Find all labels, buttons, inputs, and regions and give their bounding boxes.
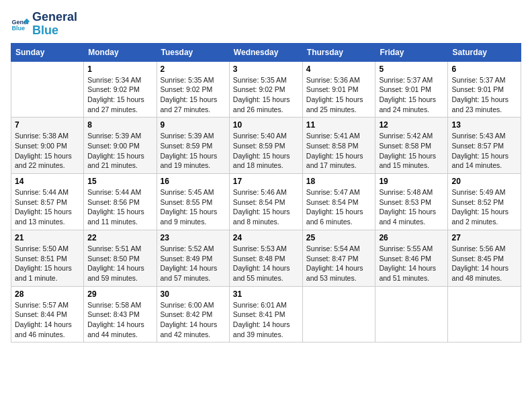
day-header-monday: Monday	[84, 43, 157, 61]
calendar-cell: 26Sunrise: 5:55 AMSunset: 8:46 PMDayligh…	[375, 230, 448, 286]
day-number: 10	[233, 120, 299, 130]
day-info: Sunrise: 5:39 AMSunset: 8:59 PMDaylight:…	[161, 131, 226, 171]
calendar-cell: 4Sunrise: 5:36 AMSunset: 9:01 PMDaylight…	[302, 61, 375, 118]
calendar-cell: 14Sunrise: 5:44 AMSunset: 8:57 PMDayligh…	[11, 174, 84, 230]
calendar-cell: 16Sunrise: 5:45 AMSunset: 8:55 PMDayligh…	[157, 174, 229, 230]
day-number: 3	[233, 64, 299, 74]
page-header: General Blue General Blue	[11, 11, 521, 38]
day-info: Sunrise: 5:54 AMSunset: 8:47 PMDaylight:…	[306, 244, 372, 283]
day-info: Sunrise: 5:49 AMSunset: 8:52 PMDaylight:…	[451, 187, 517, 227]
day-number: 21	[15, 233, 80, 242]
day-info: Sunrise: 5:41 AMSunset: 8:58 PMDaylight:…	[306, 131, 372, 171]
day-number: 9	[161, 120, 226, 130]
day-number: 31	[233, 289, 299, 299]
calendar-cell: 25Sunrise: 5:54 AMSunset: 8:47 PMDayligh…	[302, 230, 375, 286]
calendar-week-row: 1Sunrise: 5:34 AMSunset: 9:02 PMDaylight…	[11, 61, 521, 118]
day-info: Sunrise: 6:01 AMSunset: 8:41 PMDaylight:…	[233, 300, 299, 340]
day-info: Sunrise: 5:38 AMSunset: 9:00 PMDaylight:…	[15, 131, 80, 171]
day-info: Sunrise: 5:45 AMSunset: 8:55 PMDaylight:…	[161, 187, 226, 227]
calendar-cell	[448, 286, 521, 342]
day-number: 25	[306, 233, 372, 242]
calendar-cell: 2Sunrise: 5:35 AMSunset: 9:02 PMDaylight…	[157, 61, 229, 118]
day-header-sunday: Sunday	[11, 43, 84, 61]
day-number: 15	[87, 177, 152, 186]
calendar-cell: 22Sunrise: 5:51 AMSunset: 8:50 PMDayligh…	[84, 230, 157, 286]
calendar-cell: 23Sunrise: 5:52 AMSunset: 8:49 PMDayligh…	[157, 230, 229, 286]
calendar-cell	[302, 286, 375, 342]
calendar-cell: 5Sunrise: 5:37 AMSunset: 9:01 PMDaylight…	[375, 61, 448, 118]
day-info: Sunrise: 5:47 AMSunset: 8:54 PMDaylight:…	[306, 187, 372, 227]
day-number: 1	[87, 64, 152, 74]
calendar-week-row: 28Sunrise: 5:57 AMSunset: 8:44 PMDayligh…	[11, 286, 521, 342]
calendar-cell	[375, 286, 448, 342]
day-info: Sunrise: 5:46 AMSunset: 8:54 PMDaylight:…	[233, 187, 299, 227]
day-info: Sunrise: 5:56 AMSunset: 8:45 PMDaylight:…	[451, 244, 517, 283]
day-info: Sunrise: 5:36 AMSunset: 9:01 PMDaylight:…	[306, 75, 372, 115]
day-number: 4	[306, 64, 372, 74]
day-info: Sunrise: 5:40 AMSunset: 8:59 PMDaylight:…	[233, 131, 299, 171]
calendar-cell: 19Sunrise: 5:48 AMSunset: 8:53 PMDayligh…	[375, 174, 448, 230]
calendar-cell: 6Sunrise: 5:37 AMSunset: 9:01 PMDaylight…	[448, 61, 521, 118]
day-info: Sunrise: 5:42 AMSunset: 8:58 PMDaylight:…	[379, 131, 444, 171]
day-info: Sunrise: 5:39 AMSunset: 9:00 PMDaylight:…	[87, 131, 152, 171]
day-number: 22	[87, 233, 152, 242]
calendar-cell: 18Sunrise: 5:47 AMSunset: 8:54 PMDayligh…	[302, 174, 375, 230]
day-info: Sunrise: 5:50 AMSunset: 8:51 PMDaylight:…	[15, 244, 80, 283]
calendar-cell: 10Sunrise: 5:40 AMSunset: 8:59 PMDayligh…	[229, 118, 302, 174]
logo-text: General Blue	[32, 11, 77, 38]
day-info: Sunrise: 5:37 AMSunset: 9:01 PMDaylight:…	[379, 75, 444, 115]
day-info: Sunrise: 5:53 AMSunset: 8:48 PMDaylight:…	[233, 244, 299, 283]
day-header-thursday: Thursday	[302, 43, 375, 61]
day-info: Sunrise: 5:58 AMSunset: 8:43 PMDaylight:…	[87, 300, 152, 340]
calendar-cell: 20Sunrise: 5:49 AMSunset: 8:52 PMDayligh…	[448, 174, 521, 230]
day-number: 16	[161, 177, 226, 186]
day-number: 20	[451, 177, 517, 186]
calendar-cell: 12Sunrise: 5:42 AMSunset: 8:58 PMDayligh…	[375, 118, 448, 174]
calendar-cell: 3Sunrise: 5:35 AMSunset: 9:02 PMDaylight…	[229, 61, 302, 118]
day-info: Sunrise: 5:43 AMSunset: 8:57 PMDaylight:…	[451, 131, 517, 171]
calendar-cell: 8Sunrise: 5:39 AMSunset: 9:00 PMDaylight…	[84, 118, 157, 174]
calendar-cell: 11Sunrise: 5:41 AMSunset: 8:58 PMDayligh…	[302, 118, 375, 174]
calendar-cell: 17Sunrise: 5:46 AMSunset: 8:54 PMDayligh…	[229, 174, 302, 230]
calendar-cell: 31Sunrise: 6:01 AMSunset: 8:41 PMDayligh…	[229, 286, 302, 342]
day-number: 28	[15, 289, 80, 299]
day-number: 13	[451, 120, 517, 130]
day-info: Sunrise: 6:00 AMSunset: 8:42 PMDaylight:…	[161, 300, 226, 340]
day-info: Sunrise: 5:35 AMSunset: 9:02 PMDaylight:…	[161, 75, 226, 115]
day-number: 27	[451, 233, 517, 242]
day-info: Sunrise: 5:44 AMSunset: 8:56 PMDaylight:…	[87, 187, 152, 227]
logo: General Blue General Blue	[11, 11, 77, 38]
day-info: Sunrise: 5:44 AMSunset: 8:57 PMDaylight:…	[15, 187, 80, 227]
calendar-cell: 21Sunrise: 5:50 AMSunset: 8:51 PMDayligh…	[11, 230, 84, 286]
day-number: 6	[451, 64, 517, 74]
day-info: Sunrise: 5:57 AMSunset: 8:44 PMDaylight:…	[15, 300, 80, 340]
day-number: 19	[379, 177, 444, 186]
day-info: Sunrise: 5:34 AMSunset: 9:02 PMDaylight:…	[87, 75, 152, 115]
day-number: 29	[87, 289, 152, 299]
calendar-cell: 24Sunrise: 5:53 AMSunset: 8:48 PMDayligh…	[229, 230, 302, 286]
day-number: 7	[15, 120, 80, 130]
day-number: 18	[306, 177, 372, 186]
day-header-friday: Friday	[375, 43, 448, 61]
day-info: Sunrise: 5:52 AMSunset: 8:49 PMDaylight:…	[161, 244, 226, 283]
calendar-cell: 7Sunrise: 5:38 AMSunset: 9:00 PMDaylight…	[11, 118, 84, 174]
calendar-week-row: 7Sunrise: 5:38 AMSunset: 9:00 PMDaylight…	[11, 118, 521, 174]
calendar-cell: 27Sunrise: 5:56 AMSunset: 8:45 PMDayligh…	[448, 230, 521, 286]
day-info: Sunrise: 5:51 AMSunset: 8:50 PMDaylight:…	[87, 244, 152, 283]
day-number: 17	[233, 177, 299, 186]
day-number: 5	[379, 64, 444, 74]
day-info: Sunrise: 5:48 AMSunset: 8:53 PMDaylight:…	[379, 187, 444, 227]
day-header-tuesday: Tuesday	[157, 43, 229, 61]
calendar-cell: 15Sunrise: 5:44 AMSunset: 8:56 PMDayligh…	[84, 174, 157, 230]
calendar-cell: 30Sunrise: 6:00 AMSunset: 8:42 PMDayligh…	[157, 286, 229, 342]
day-info: Sunrise: 5:55 AMSunset: 8:46 PMDaylight:…	[379, 244, 444, 283]
calendar-cell	[11, 61, 84, 118]
day-number: 24	[233, 233, 299, 242]
calendar-week-row: 21Sunrise: 5:50 AMSunset: 8:51 PMDayligh…	[11, 230, 521, 286]
day-number: 30	[161, 289, 226, 299]
day-number: 23	[161, 233, 226, 242]
svg-text:Blue: Blue	[11, 25, 25, 32]
day-number: 2	[161, 64, 226, 74]
logo-icon: General Blue	[11, 15, 30, 34]
calendar-table: SundayMondayTuesdayWednesdayThursdayFrid…	[11, 43, 521, 343]
